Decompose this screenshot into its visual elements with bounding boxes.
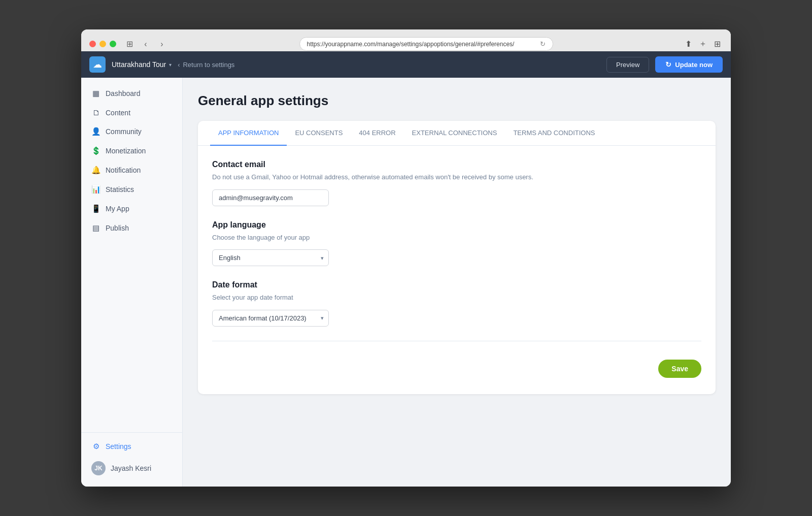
app-language-select-wrapper: English French Spanish German Italian Po… — [212, 249, 329, 266]
save-button[interactable]: Save — [658, 360, 701, 378]
sidebar-item-label: Statistics — [106, 185, 134, 194]
back-chevron-icon: ‹ — [178, 61, 180, 69]
sidebar-bottom: ⚙ Settings JK Jayash Kesri — [81, 432, 182, 480]
sidebar-item-label: Publish — [106, 224, 129, 232]
sidebar-item-content[interactable]: 🗋 Content — [81, 103, 182, 122]
tab-app-information[interactable]: APP INFORMATION — [210, 121, 287, 146]
main-content: General app settings APP INFORMATION EU … — [183, 78, 731, 487]
sidebar-item-notification[interactable]: 🔔 Notification — [81, 160, 182, 180]
contact-email-section: Contact email Do not use a Gmail, Yahoo … — [212, 160, 701, 206]
sidebar-item-dashboard[interactable]: ▦ Dashboard — [81, 84, 182, 103]
date-format-title: Date format — [212, 280, 701, 289]
date-format-select[interactable]: American format (10/17/2023) European fo… — [212, 310, 329, 327]
sidebar-item-label: Content — [106, 109, 130, 117]
contact-email-description: Do not use a Gmail, Yahoo or Hotmail add… — [212, 172, 701, 182]
contact-email-title: Contact email — [212, 160, 701, 169]
traffic-lights — [89, 41, 116, 47]
page-title: General app settings — [198, 93, 716, 109]
sidebar-item-settings[interactable]: ⚙ Settings — [81, 437, 182, 456]
close-button[interactable] — [89, 41, 96, 47]
settings-label: Settings — [106, 442, 131, 450]
sidebar-item-publish[interactable]: ▤ Publish — [81, 218, 182, 238]
sidebar-item-monetization[interactable]: 💲 Monetization — [81, 141, 182, 160]
sidebar-item-label: My App — [106, 205, 129, 213]
maximize-button[interactable] — [110, 41, 116, 47]
address-bar[interactable]: https://yourappname.com/manage/settings/… — [299, 37, 553, 51]
browser-action-buttons: ⬆ ＋ ⊞ — [683, 37, 723, 51]
date-format-select-wrapper: American format (10/17/2023) European fo… — [212, 310, 329, 327]
app-language-select[interactable]: English French Spanish German Italian Po… — [212, 249, 329, 266]
sidebar-item-community[interactable]: 👤 Community — [81, 122, 182, 141]
update-label: Update now — [675, 61, 713, 69]
sidebar-item-label: Notification — [106, 166, 141, 174]
app-name-label: Uttarakhand Tour — [112, 60, 166, 69]
tab-overview-button[interactable]: ⊞ — [712, 37, 723, 51]
browser-nav-controls: ⊞ ‹ › — [122, 37, 169, 51]
browser-sidebar-toggle[interactable]: ⊞ — [122, 37, 137, 51]
chevron-down-icon: ▾ — [169, 62, 172, 68]
share-button[interactable]: ⬆ — [683, 37, 694, 51]
inner-layout: ▦ Dashboard 🗋 Content 👤 Community 💲 Mone… — [81, 78, 731, 487]
date-format-description: Select your app date format — [212, 293, 701, 303]
sidebar: ▦ Dashboard 🗋 Content 👤 Community 💲 Mone… — [81, 78, 183, 487]
settings-icon: ⚙ — [91, 442, 100, 451]
avatar: JK — [91, 461, 106, 475]
preview-button[interactable]: Preview — [606, 57, 649, 73]
update-now-button[interactable]: ↻ Update now — [655, 56, 723, 73]
app-language-section: App language Choose the language of your… — [212, 220, 701, 267]
user-name-label: Jayash Kesri — [111, 464, 151, 472]
sidebar-user-profile[interactable]: JK Jayash Kesri — [81, 456, 182, 480]
back-to-settings-link[interactable]: ‹ Return to settings — [178, 61, 234, 69]
app-layout: ☁ Uttarakhand Tour ▾ ‹ Return to setting… — [81, 51, 731, 487]
minimize-button[interactable] — [99, 41, 106, 47]
url-text: https://yourappname.com/manage/settings/… — [307, 41, 515, 48]
reload-icon[interactable]: ↻ — [540, 40, 546, 48]
sidebar-item-label: Dashboard — [106, 89, 141, 98]
tab-content-app-information: Contact email Do not use a Gmail, Yahoo … — [198, 146, 716, 394]
app-language-title: App language — [212, 220, 701, 230]
community-icon: 👤 — [91, 127, 100, 136]
monetization-icon: 💲 — [91, 146, 100, 155]
sidebar-item-label: Community — [106, 127, 142, 136]
statistics-icon: 📊 — [91, 185, 100, 194]
sidebar-item-statistics[interactable]: 📊 Statistics — [81, 180, 182, 199]
app-name-dropdown[interactable]: Uttarakhand Tour ▾ — [112, 60, 172, 69]
tab-external-connections[interactable]: EXTERNAL CONNECTIONS — [404, 121, 505, 146]
sidebar-item-label: Monetization — [106, 147, 146, 155]
tabs-header: APP INFORMATION EU CONSENTS 404 ERROR EX… — [198, 121, 716, 146]
publish-icon: ▤ — [91, 223, 100, 233]
tab-eu-consents[interactable]: EU CONSENTS — [287, 121, 351, 146]
new-tab-button[interactable]: ＋ — [697, 37, 709, 51]
top-nav: ☁ Uttarakhand Tour ▾ ‹ Return to setting… — [81, 51, 731, 78]
content-icon: 🗋 — [91, 108, 100, 117]
contact-email-input[interactable] — [212, 189, 329, 206]
save-row: Save — [212, 351, 701, 380]
tab-404-error[interactable]: 404 ERROR — [351, 121, 403, 146]
sidebar-item-myapp[interactable]: 📱 My App — [81, 199, 182, 218]
address-bar-container: https://yourappname.com/manage/settings/… — [175, 37, 677, 51]
settings-card: APP INFORMATION EU CONSENTS 404 ERROR EX… — [198, 121, 716, 394]
browser-forward-button[interactable]: › — [155, 37, 169, 51]
notification-icon: 🔔 — [91, 166, 100, 175]
myapp-icon: 📱 — [91, 204, 100, 213]
dashboard-icon: ▦ — [91, 89, 100, 98]
refresh-icon: ↻ — [665, 60, 671, 69]
app-logo-icon: ☁ — [89, 56, 106, 73]
back-link-label: Return to settings — [183, 61, 234, 69]
browser-back-button[interactable]: ‹ — [139, 37, 153, 51]
date-format-section: Date format Select your app date format … — [212, 280, 701, 327]
section-divider — [212, 341, 701, 341]
tab-terms-conditions[interactable]: TERMS AND CONDITIONS — [505, 121, 603, 146]
app-language-description: Choose the language of your app — [212, 233, 701, 243]
